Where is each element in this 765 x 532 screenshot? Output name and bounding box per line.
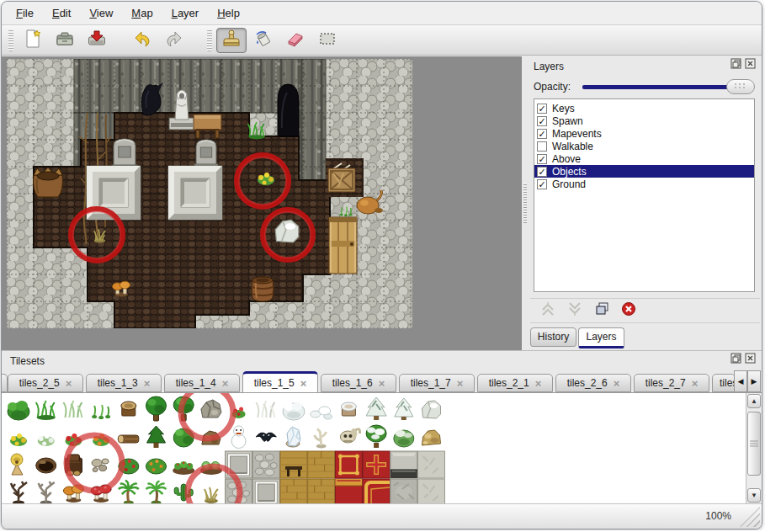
tileset-tab-tiles_2_6[interactable]: tiles_2_6× xyxy=(555,374,631,392)
panel-tab-history[interactable]: History xyxy=(530,327,576,347)
toolbar-drag-handle[interactable] xyxy=(207,29,212,51)
layer-visibility-checkbox[interactable]: ✓ xyxy=(537,167,547,177)
tile-stone-pebble[interactable] xyxy=(252,451,279,478)
menu-view[interactable]: View xyxy=(80,3,122,23)
layer-duplicate-button[interactable] xyxy=(592,301,611,320)
tile-stone-frame[interactable] xyxy=(252,479,279,504)
tab-scroll-left-icon[interactable]: ◀ xyxy=(734,370,747,392)
menu-layer[interactable]: Layer xyxy=(162,3,209,23)
tile-wood-plain[interactable] xyxy=(308,451,335,478)
scroll-down-icon[interactable]: ▼ xyxy=(747,488,761,503)
layer-visibility-checkbox[interactable]: ✓ xyxy=(537,154,547,164)
opacity-slider-handle[interactable] xyxy=(726,79,755,94)
layer-visibility-checkbox[interactable]: ✓ xyxy=(537,116,547,126)
fill-button[interactable] xyxy=(248,28,279,53)
tileset-tab-tiles_2_5[interactable]: tiles_2_5× xyxy=(8,374,83,392)
vertical-splitter[interactable] xyxy=(522,56,529,350)
close-panel-icon[interactable] xyxy=(745,58,757,70)
tileset-canvas[interactable] xyxy=(2,393,747,504)
tab-close-icon[interactable]: × xyxy=(457,377,464,390)
float-panel-icon[interactable] xyxy=(730,58,742,70)
opacity-slider[interactable] xyxy=(581,78,755,95)
menu-edit[interactable]: Edit xyxy=(43,3,80,23)
menu-help[interactable]: Help xyxy=(208,3,249,23)
open-button[interactable] xyxy=(50,28,80,53)
tileset-tab-tiles[interactable]: tiles_ xyxy=(712,374,736,392)
tileset-tab-tiles_2_7[interactable]: tiles_2_7× xyxy=(634,374,709,392)
tileset-tab-tiles_1_4[interactable]: tiles_1_4× xyxy=(164,374,240,392)
map-canvas[interactable] xyxy=(7,59,412,328)
tileset-tab-bar: tiles_2_5×tiles_1_3×tiles_1_4×tiles_1_5×… xyxy=(2,370,762,393)
layer-visibility-checkbox[interactable]: ✓ xyxy=(537,179,547,189)
layer-delete-button[interactable] xyxy=(619,301,638,320)
tile-carpet-border[interactable] xyxy=(335,479,362,504)
layer-visibility-checkbox[interactable]: ✓ xyxy=(537,104,547,114)
redo-icon xyxy=(164,29,184,52)
layer-move-down-button[interactable] xyxy=(566,301,584,320)
tile-stone-gray[interactable] xyxy=(390,479,417,504)
tab-close-icon[interactable]: × xyxy=(300,377,307,390)
layer-row-above[interactable]: ✓Above xyxy=(534,152,754,165)
tile-stone-pale[interactable] xyxy=(418,479,445,504)
tile-carpet-cross[interactable] xyxy=(363,451,390,478)
tab-scroll-right-icon[interactable]: ▶ xyxy=(747,370,761,392)
tab-close-icon[interactable]: × xyxy=(614,377,620,390)
tile-moss-mound[interactable] xyxy=(394,430,414,447)
panel-tab-layers[interactable]: Layers xyxy=(578,327,624,348)
tileset-tab-tiles_1_3[interactable]: tiles_1_3× xyxy=(86,374,162,392)
menu-map[interactable]: Map xyxy=(122,3,162,23)
layer-visibility-checkbox[interactable]: ✓ xyxy=(537,129,547,139)
tile-stone-pale[interactable] xyxy=(418,451,445,478)
tile-stone-base[interactable] xyxy=(390,451,417,478)
tileset-scrollbar[interactable]: ▲ ▼ xyxy=(746,393,762,504)
scrollbar-thumb[interactable] xyxy=(747,412,761,476)
toolbar-drag-handle[interactable] xyxy=(8,29,13,51)
tile-berry-bush2[interactable] xyxy=(146,459,167,474)
tile-stump[interactable] xyxy=(121,402,136,416)
close-panel-icon[interactable] xyxy=(745,353,757,364)
scroll-up-icon[interactable]: ▲ xyxy=(747,394,761,408)
tab-close-icon[interactable]: × xyxy=(692,377,699,390)
tile-wood-plain[interactable] xyxy=(280,479,307,504)
layer-label: Spawn xyxy=(552,115,583,127)
resize-grip-icon[interactable] xyxy=(740,507,760,527)
map-editor-area[interactable] xyxy=(2,56,522,350)
layer-row-ground[interactable]: ✓Ground xyxy=(534,178,754,190)
tile-bush-green[interactable] xyxy=(8,401,29,420)
tab-close-icon[interactable]: × xyxy=(535,377,542,390)
tile-snow-stump[interactable] xyxy=(341,402,356,416)
tileset-tab-tiles_1_7[interactable]: tiles_1_7× xyxy=(399,374,475,392)
undo-button[interactable] xyxy=(127,28,157,53)
tileset-tab-tiles_2_1[interactable]: tiles_2_1× xyxy=(477,374,553,392)
layer-row-spawn[interactable]: ✓Spawn xyxy=(534,114,754,127)
layer-row-keys[interactable]: ✓Keys xyxy=(534,102,754,114)
layer-row-mapevents[interactable]: ✓Mapevents xyxy=(534,127,754,140)
eraser-button[interactable] xyxy=(280,28,311,53)
layer-move-up-button[interactable] xyxy=(539,301,557,320)
tile-wood-plain[interactable] xyxy=(308,479,335,504)
tile-carpet-square[interactable] xyxy=(335,451,362,478)
tile-log[interactable] xyxy=(118,435,139,443)
tileset-tab-tiles_1_5[interactable]: tiles_1_5× xyxy=(242,371,318,393)
tab-close-icon[interactable]: × xyxy=(144,377,151,390)
new-file-button[interactable] xyxy=(18,28,48,53)
tile-snowman[interactable] xyxy=(231,426,246,449)
tile-snow-bush[interactable] xyxy=(283,402,305,420)
float-panel-icon[interactable] xyxy=(730,353,742,364)
layer-row-walkable[interactable]: Walkable xyxy=(534,140,754,152)
save-button[interactable] xyxy=(82,28,112,53)
stamp-button[interactable] xyxy=(216,28,247,53)
menu-file[interactable]: File xyxy=(7,3,43,23)
layer-visibility-checkbox[interactable] xyxy=(537,141,547,152)
tab-close-icon[interactable]: × xyxy=(66,377,72,390)
redo-button[interactable] xyxy=(159,28,189,53)
tileset-tab-tiles_1_6[interactable]: tiles_1_6× xyxy=(321,374,396,392)
tab-close-icon[interactable]: × xyxy=(379,377,385,390)
rect-select-button[interactable] xyxy=(312,28,343,53)
tab-close-icon[interactable]: × xyxy=(222,377,229,390)
tile-wood-table[interactable] xyxy=(280,451,307,478)
layer-row-objects[interactable]: ✓Objects xyxy=(534,165,754,178)
undo-icon xyxy=(132,29,152,52)
tile-carpet-corner[interactable] xyxy=(363,479,390,504)
tile-dirt-hole[interactable] xyxy=(36,458,56,473)
